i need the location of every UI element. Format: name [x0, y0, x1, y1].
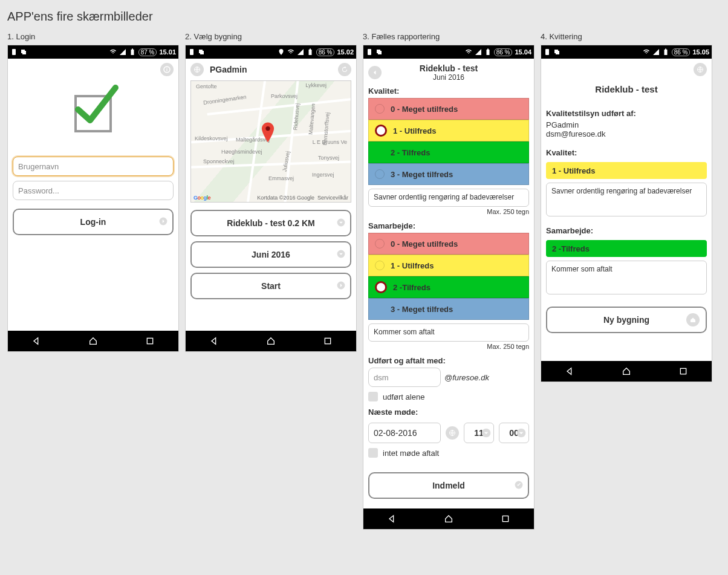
opt-label: 1 - Utilfreds [391, 261, 434, 270]
svg-rect-25 [487, 49, 489, 50]
password-input[interactable]: Password... [13, 181, 174, 200]
coop-option-2[interactable]: 2 -Tilfreds [368, 276, 529, 298]
wifi-icon [109, 48, 117, 56]
nav-back-icon[interactable] [565, 366, 574, 376]
by-mail: dsm@furesoe.dk [546, 129, 707, 138]
android-navbar [8, 331, 178, 351]
street-label: Dronningemarken [203, 94, 247, 106]
overlay-icon [20, 48, 27, 56]
coop-option-0[interactable]: 0 - Meget utilfreds [368, 233, 529, 255]
home-icon [686, 313, 700, 326]
caption-select: 2. Vælg bygning [185, 32, 358, 41]
quality-comment-input[interactable]: Savner ordentlig rengøring af badeværels… [368, 189, 529, 207]
map-terms[interactable]: Servicevilkår [317, 195, 348, 201]
svg-rect-34 [664, 50, 667, 55]
udfort-input[interactable]: dsm [368, 368, 441, 387]
battery-pct: 86 % [674, 49, 688, 56]
svg-rect-10 [190, 49, 193, 55]
svg-rect-31 [545, 49, 549, 55]
street-label: Tonysvej [318, 155, 339, 161]
coop-option-1[interactable]: 1 - Utilfreds [368, 255, 529, 276]
nav-recent-icon[interactable] [323, 336, 333, 346]
android-navbar [541, 361, 712, 382]
svg-point-16 [265, 126, 270, 131]
street-label: Ingersvej [312, 172, 334, 178]
svg-rect-20 [325, 338, 330, 343]
chevron-down-icon [337, 250, 345, 260]
chevron-down-icon [337, 218, 345, 229]
coop-comment-input[interactable]: Kommer som aftalt [368, 323, 529, 342]
caption-report: 3. Fælles rapportering [363, 32, 536, 41]
no-meeting-label: intet møde aftalt [383, 449, 439, 458]
next-min-input[interactable]: 00 [499, 423, 529, 443]
udfort-domain: @furesoe.dk [444, 373, 489, 382]
svg-rect-30 [502, 516, 508, 521]
nav-recent-icon[interactable] [501, 514, 510, 524]
location-icon [278, 48, 285, 56]
nav-home-icon[interactable] [88, 336, 98, 346]
quality-option-2[interactable]: 2 - Tilfreds [368, 141, 529, 163]
nav-back-icon[interactable] [209, 336, 219, 346]
receipt-title: Rideklub - test [546, 84, 707, 94]
info-icon[interactable] [160, 63, 174, 76]
udfort-alene-checkbox[interactable] [368, 392, 378, 401]
street-label: Høeghsmindevej [221, 149, 262, 155]
statusbar: 87 % 15.01 [8, 45, 178, 59]
coop-option-3[interactable]: 3 - Meget tilfreds [368, 298, 529, 320]
svg-rect-12 [200, 51, 204, 54]
svg-rect-0 [12, 49, 16, 55]
submit-label: Indmeld [432, 481, 465, 490]
nav-home-icon[interactable] [266, 336, 276, 346]
check-circle-icon [515, 481, 523, 491]
nav-home-icon[interactable] [444, 514, 453, 524]
battery-pct: 86 % [496, 49, 510, 56]
month-button[interactable]: Juni 2016 [190, 241, 351, 268]
opt-label: 2 - Tilfreds [391, 148, 431, 157]
app-icon [544, 48, 551, 56]
submit-button[interactable]: Indmeld [368, 472, 529, 499]
start-button[interactable]: Start [190, 273, 351, 299]
calendar-icon[interactable] [446, 426, 459, 440]
svg-rect-37 [680, 368, 686, 374]
signal-icon [119, 48, 126, 56]
quality-option-1[interactable]: 1 - Utilfreds [368, 120, 529, 141]
map[interactable]: Gentofte Dronningemarken Lykkevej Parkov… [190, 80, 351, 203]
building-button[interactable]: Rideklub - test 0.2 KM [190, 210, 351, 236]
back-icon[interactable] [368, 66, 382, 79]
appbar-user: PGadmin [210, 65, 247, 74]
username-input[interactable]: Brugernavn [13, 157, 174, 176]
refresh-icon[interactable] [338, 63, 351, 76]
nav-recent-icon[interactable] [145, 336, 155, 346]
new-building-button[interactable]: Ny bygning [546, 307, 707, 333]
phone-receipt: 86 % 15.05 Rideklub - test Kvalitetstils… [541, 45, 712, 382]
nav-back-icon[interactable] [31, 336, 41, 346]
overlay-icon [198, 48, 205, 56]
svg-rect-35 [665, 49, 666, 50]
signal-icon [475, 48, 482, 56]
street-label: Sponneckvej [203, 158, 235, 164]
signal-icon [297, 48, 304, 56]
battery-pct: 87 % [141, 49, 155, 56]
opt-label: 1 - Utilfreds [393, 126, 437, 135]
nav-home-icon[interactable] [622, 366, 631, 376]
login-button[interactable]: Log-in [13, 209, 174, 235]
next-date-input[interactable]: 02-08-2016 [368, 423, 441, 443]
appbar [541, 59, 712, 80]
globe-icon[interactable] [694, 63, 707, 76]
label-naeste: Næste møde: [368, 408, 529, 417]
street-label: Lykkevej [305, 82, 327, 88]
caption-login: 1. Login [7, 32, 180, 41]
udfort-alene-label: udført alene [383, 392, 424, 401]
quality-option-3[interactable]: 3 - Meget tilfreds [368, 163, 529, 185]
report-title: Rideklub - test [420, 63, 478, 73]
nav-back-icon[interactable] [387, 514, 397, 524]
max-chars: Max. 250 tegn [368, 208, 529, 215]
svg-rect-4 [132, 49, 133, 50]
next-hour-input[interactable]: 11 [464, 423, 494, 443]
clock: 15.01 [159, 48, 176, 56]
chevron-right-icon [337, 281, 345, 291]
receipt-coop-label: Samarbejde: [546, 226, 707, 235]
nav-recent-icon[interactable] [678, 366, 688, 376]
no-meeting-checkbox[interactable] [368, 448, 378, 458]
quality-option-0[interactable]: 0 - Meget utilfreds [368, 98, 529, 120]
